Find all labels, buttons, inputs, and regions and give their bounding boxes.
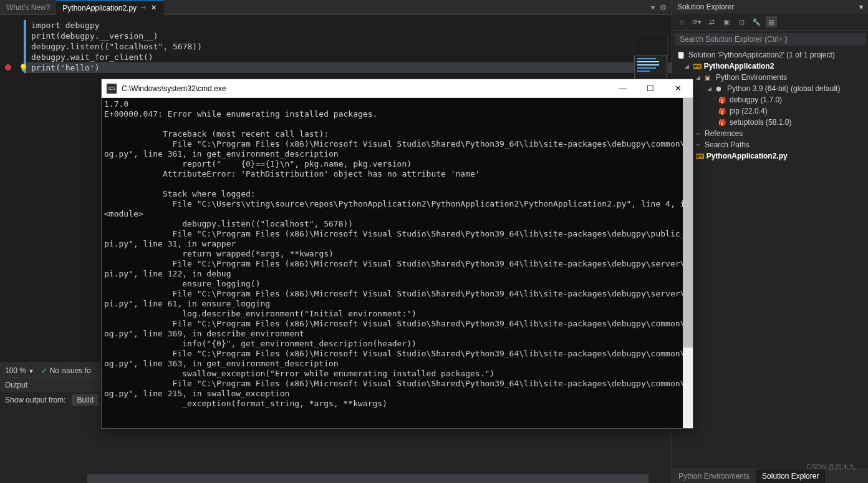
maximize-button[interactable]: ☐: [637, 80, 664, 97]
tab-label: PythonApplication2.py: [62, 4, 137, 12]
package-icon: 🎁: [718, 119, 727, 126]
chevron-down-icon: ▼: [28, 368, 34, 374]
code-token: debugpy: [60, 21, 100, 30]
close-icon[interactable]: ✕: [150, 4, 158, 12]
tab-whatsnew[interactable]: What's New?: [0, 1, 56, 14]
switch-views-icon[interactable]: ⟳▾: [691, 16, 702, 27]
sidebar-bottom-tabs: Python Environments Solution Explorer: [672, 469, 868, 483]
panel-title: Solution Explorer: [677, 2, 734, 11]
gear-icon[interactable]: ⚙: [660, 3, 667, 12]
code-token: (: [55, 63, 60, 72]
python-file-icon: PY: [696, 154, 704, 159]
show-all-icon[interactable]: ⊡: [736, 16, 747, 27]
code-token: ,: [163, 42, 173, 51]
code-token: (debugpy.: [55, 31, 99, 41]
code-token: debugpy.: [31, 52, 70, 62]
lightbulb-icon[interactable]: 💡: [19, 64, 28, 72]
tab-file[interactable]: PythonApplication2.py ⊣ ✕: [56, 0, 164, 15]
expand-icon[interactable]: ◢: [696, 74, 702, 80]
python-env-icon: ⬢: [716, 85, 725, 92]
project-node[interactable]: ◢PYPythonApplication2: [672, 61, 868, 72]
file-node[interactable]: PYPythonApplication2.py: [672, 150, 868, 162]
code-token: ): [153, 31, 158, 41]
code-token: 'hello': [60, 63, 95, 72]
code-token: ): [95, 63, 100, 72]
code-token: (): [143, 52, 153, 62]
solution-tree: 📑Solution 'PythonApplication2' (1 of 1 p…: [672, 48, 868, 469]
check-icon: ✓: [41, 366, 47, 375]
issues-indicator[interactable]: ✓ No issues fo: [41, 366, 90, 375]
solution-explorer-search[interactable]: Search Solution Explorer (Ctrl+;): [675, 33, 866, 46]
code-token: debugpy.: [31, 42, 70, 51]
python-project-icon: PY: [693, 64, 702, 69]
package-icon: 🎁: [718, 97, 727, 104]
expand-icon[interactable]: ▫▫: [696, 142, 702, 148]
output-from-label: Show output from:: [5, 396, 65, 404]
solution-explorer-header: Solution Explorer ▾: [672, 0, 868, 14]
cmd-icon: C:\: [107, 84, 117, 94]
environments-node[interactable]: ◢▣Python Environments: [672, 72, 868, 83]
sync-icon[interactable]: ⇄: [706, 16, 717, 27]
expand-icon[interactable]: ▫▫: [696, 130, 702, 137]
code-token: listen: [70, 42, 100, 51]
solution-icon: 📑: [677, 52, 686, 59]
minimize-button[interactable]: —: [609, 80, 637, 97]
close-button[interactable]: ✕: [664, 80, 692, 97]
code-token: __version__: [100, 31, 153, 41]
code-token: )): [192, 42, 202, 51]
code-token: print: [31, 31, 55, 41]
folder-icon: ▣: [705, 74, 713, 81]
error-indicator-icon[interactable]: [5, 64, 11, 71]
references-node[interactable]: ▫▫References: [672, 128, 868, 139]
python-env-node[interactable]: ◢⬢Python 3.9 (64-bit) (global default): [672, 83, 868, 94]
package-node[interactable]: 🎁setuptools (58.1.0): [672, 117, 868, 128]
package-node[interactable]: 🎁debugpy (1.7.0): [672, 94, 868, 105]
code-token: ((: [100, 42, 110, 51]
zoom-level[interactable]: 100 % ▼: [5, 366, 34, 375]
cmd-output[interactable]: 1.7.0 E+00000.047: Error while enumerati…: [102, 98, 693, 428]
collapse-icon[interactable]: ▣: [721, 16, 732, 27]
package-icon: 🎁: [718, 108, 727, 115]
properties-icon[interactable]: 🔧: [751, 16, 762, 27]
code-token: import: [31, 21, 60, 30]
code-token: "localhost": [109, 42, 163, 51]
tab-label: What's New?: [6, 3, 50, 12]
chevron-down-icon[interactable]: ▾: [859, 2, 863, 11]
horizontal-scrollbar[interactable]: [0, 474, 672, 483]
tab-solution-explorer[interactable]: Solution Explorer: [756, 469, 825, 483]
cmd-titlebar[interactable]: C:\ C:\Windows\system32\cmd.exe — ☐ ✕: [102, 79, 693, 98]
preview-icon[interactable]: ▦: [766, 16, 777, 27]
cmd-scrollbar[interactable]: [683, 98, 693, 428]
searchpaths-node[interactable]: ▫▫Search Paths: [672, 139, 868, 150]
tab-bar: What's New? PythonApplication2.py ⊣ ✕ ▾ …: [0, 0, 672, 15]
solution-node[interactable]: 📑Solution 'PythonApplication2' (1 of 1 p…: [672, 49, 868, 61]
cmd-window[interactable]: C:\ C:\Windows\system32\cmd.exe — ☐ ✕ 1.…: [101, 79, 693, 429]
pin-icon[interactable]: ⊣: [140, 4, 146, 11]
cmd-title: C:\Windows\system32\cmd.exe: [122, 84, 609, 93]
package-node[interactable]: 🎁pip (22.0.4): [672, 105, 868, 117]
home-icon[interactable]: ⌂: [676, 16, 687, 27]
expand-icon[interactable]: ◢: [707, 85, 713, 92]
solution-explorer-toolbar: ⌂ ⟳▾ ⇄ ▣ ⊡ 🔧 ▦: [672, 14, 868, 31]
tab-python-environments[interactable]: Python Environments: [672, 469, 756, 483]
dropdown-icon[interactable]: ▾: [651, 3, 655, 12]
expand-icon[interactable]: ◢: [685, 63, 691, 69]
code-token: print: [31, 63, 55, 72]
code-token: 5678: [173, 42, 192, 51]
output-from-select[interactable]: Build: [72, 394, 99, 406]
code-token: wait_for_client: [70, 52, 143, 62]
